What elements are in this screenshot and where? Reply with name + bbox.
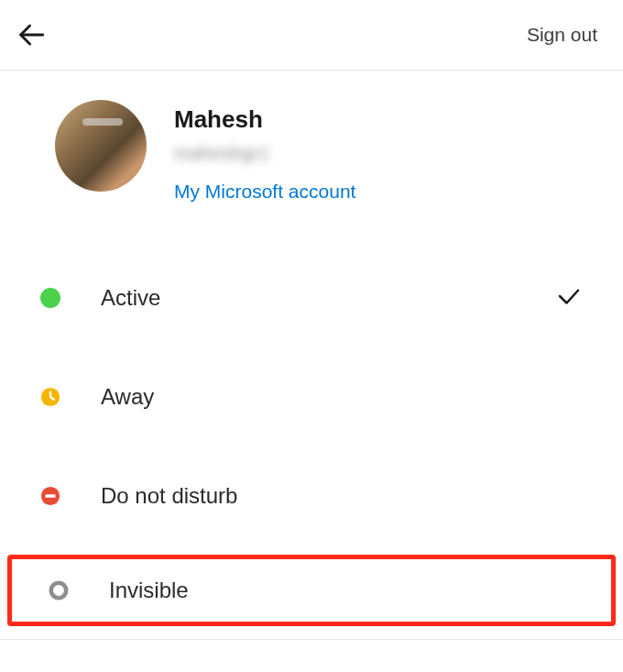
status-label: Invisible [109,578,574,603]
back-arrow-icon [16,19,47,50]
invisible-icon [49,580,69,600]
status-item-away[interactable]: Away [0,347,623,446]
profile-name: Mahesh [174,105,355,134]
status-item-active[interactable]: Active [0,248,623,347]
sign-out-button[interactable]: Sign out [527,24,597,46]
active-icon [40,288,60,308]
status-label: Away [101,384,583,410]
profile-section: Mahesh maheshgr1 My Microsoft account [0,71,623,221]
status-label: Active [101,285,555,311]
svg-rect-3 [46,494,56,498]
status-item-dnd[interactable]: Do not disturb [0,446,623,545]
profile-id-obscured: maheshgr1 [174,143,355,164]
status-list: Active Away Do not disturb [0,221,623,626]
avatar[interactable] [55,100,147,192]
bottom-divider [0,639,623,640]
profile-info: Mahesh maheshgr1 My Microsoft account [174,100,355,203]
svg-point-4 [51,583,67,599]
header-bar: Sign out [0,0,623,71]
my-microsoft-account-link[interactable]: My Microsoft account [174,181,355,203]
highlight-box: Invisible [7,555,616,626]
away-icon [40,387,60,407]
status-label: Do not disturb [101,483,583,509]
checkmark-icon [555,282,583,314]
dnd-icon [40,486,60,506]
status-item-invisible[interactable]: Invisible [12,559,611,622]
back-button[interactable] [13,17,49,53]
